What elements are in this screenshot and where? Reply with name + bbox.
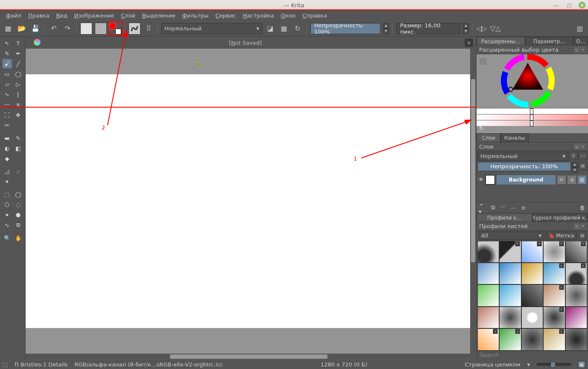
brush-preset-cell[interactable] xyxy=(499,307,521,328)
layer-props-button[interactable]: ≡ xyxy=(579,162,587,170)
tab-channels[interactable]: Каналы xyxy=(500,133,529,142)
window-minimize-button[interactable]: — xyxy=(553,2,560,9)
tool-multibrush[interactable]: ✳ xyxy=(14,100,23,109)
layer-opacity-spinner[interactable]: ▲▼ xyxy=(572,162,578,173)
brush-preset-cell[interactable] xyxy=(565,328,587,350)
eraser-toggle-button[interactable]: ◪ xyxy=(265,23,276,34)
layer-options-button[interactable]: ⋯ xyxy=(579,152,587,160)
add-layer-button[interactable]: ＋▾ xyxy=(478,203,487,212)
brush-preset-cell[interactable] xyxy=(477,284,499,306)
tab-overview[interactable]: О… xyxy=(573,37,588,46)
tool-select-freehand[interactable]: ◌ xyxy=(14,200,23,209)
new-file-button[interactable]: ▦ xyxy=(3,23,14,34)
gradient-swatch[interactable] xyxy=(80,23,92,35)
brush-preset-cell[interactable]: × xyxy=(543,241,565,263)
brush-view-button[interactable]: ≡ xyxy=(579,231,586,240)
save-file-button[interactable]: 💾 xyxy=(30,23,41,34)
layer-alpha-icon[interactable]: α xyxy=(568,176,576,184)
layer-up-button[interactable]: ︿ xyxy=(509,203,518,212)
window-maximize-button[interactable]: ◻ xyxy=(566,2,573,9)
brush-preset-cell[interactable]: × xyxy=(543,284,565,306)
brush-preset-cell[interactable] xyxy=(565,307,587,328)
layer-lock-icon[interactable]: ≡ xyxy=(557,176,566,184)
color-refresh-icon[interactable]: ↻ xyxy=(479,125,484,132)
blend-mode-select[interactable]: Нормальный ▾ xyxy=(161,23,262,34)
close-dock-button[interactable]: × xyxy=(580,224,585,229)
color-wheel-icon[interactable] xyxy=(477,54,588,110)
layer-properties-button[interactable]: ≡ xyxy=(519,203,528,212)
brush-settings-button[interactable]: ⠿ xyxy=(143,23,154,34)
tool-select-similar[interactable]: ⬢ xyxy=(14,210,23,220)
menu-4[interactable]: Слой xyxy=(117,11,139,20)
layer-inherit-alpha-icon[interactable]: ▦ xyxy=(578,176,586,184)
menu-2[interactable]: Вид xyxy=(53,11,70,20)
scrollbar-horizontal[interactable] xyxy=(26,354,476,360)
tool-polygon[interactable]: ▱ xyxy=(3,79,12,89)
menu-10[interactable]: Справка xyxy=(299,11,330,20)
color-history-bars[interactable] xyxy=(477,108,588,126)
brush-preset-cell[interactable]: × xyxy=(565,263,587,284)
reload-preset-button[interactable]: ↻ xyxy=(292,23,303,34)
brush-preset-cell[interactable] xyxy=(477,307,499,328)
brush-preset-thumbnail[interactable] xyxy=(129,23,140,35)
tool-zoom[interactable]: 🔍 xyxy=(3,233,12,243)
layer-blend-select[interactable]: Нормальный▾ xyxy=(477,152,568,161)
tool-select-contiguous[interactable]: ✦ xyxy=(3,210,12,220)
menu-0[interactable]: Файл xyxy=(3,11,25,20)
brush-preset-cell[interactable] xyxy=(521,284,543,306)
tool-select-polygon[interactable]: ⬠ xyxy=(3,200,12,209)
tool-dynamic-brush[interactable]: 〰 xyxy=(3,100,12,109)
brush-preset-cell[interactable] xyxy=(521,328,543,350)
tool-brush[interactable]: 🖌 xyxy=(3,59,12,68)
menu-6[interactable]: Фильтры xyxy=(179,11,212,20)
tab-brush-presets[interactable]: Профили к… xyxy=(477,213,532,222)
tool-move[interactable]: ↖ xyxy=(3,38,12,48)
zoom-fit-button[interactable]: ▣ xyxy=(578,361,585,368)
size-spinner[interactable]: ▲▼ xyxy=(463,23,469,34)
tab-layers[interactable]: Слои xyxy=(477,133,500,142)
layer-visibility-icon[interactable]: 👁 xyxy=(478,176,484,183)
tool-edit-shapes[interactable]: ✎ xyxy=(3,49,12,58)
brush-preset-cell[interactable]: × xyxy=(543,263,565,284)
tool-select-rect[interactable]: ⬚ xyxy=(3,190,12,199)
brush-preset-cell[interactable]: × xyxy=(499,328,521,350)
layer-down-button[interactable]: ﹀ xyxy=(499,203,507,212)
brush-preset-cell[interactable] xyxy=(565,284,587,306)
duplicate-layer-button[interactable]: ⧉ xyxy=(489,203,497,212)
brush-preset-cell[interactable] xyxy=(521,307,543,328)
tool-ellipse[interactable]: ◯ xyxy=(14,69,23,79)
brush-preset-cell[interactable]: × xyxy=(543,307,565,328)
menu-7[interactable]: Сервис xyxy=(212,11,240,20)
tool-crop[interactable]: ✂ xyxy=(3,120,12,130)
layer-name[interactable]: Background xyxy=(497,175,556,184)
opacity-spinner[interactable]: ▲▼ xyxy=(383,23,389,34)
menu-3[interactable]: Изображение xyxy=(71,11,118,20)
tool-move-layer[interactable]: ✥ xyxy=(14,110,23,120)
tool-line[interactable]: ╱ xyxy=(14,59,23,68)
tab-tool-options[interactable]: Параметр… xyxy=(525,37,574,46)
open-file-button[interactable]: 📂 xyxy=(16,23,27,34)
brush-preset-cell[interactable]: × xyxy=(543,328,565,350)
brush-preset-cell[interactable] xyxy=(477,263,499,284)
canvas-page[interactable] xyxy=(26,74,476,328)
menu-8[interactable]: Настройка xyxy=(240,11,278,20)
tool-measure[interactable]: ⟋ xyxy=(14,167,23,176)
tab-brush-history[interactable]: Журнал профилей к… xyxy=(532,213,588,222)
canvas-close-button[interactable]: × xyxy=(465,39,473,47)
tool-select-bezier[interactable]: ∿ xyxy=(3,220,12,230)
close-dock-button[interactable]: × xyxy=(580,144,585,149)
tool-calligraphy[interactable]: ✒ xyxy=(14,49,23,58)
brush-preset-cell[interactable] xyxy=(521,263,543,284)
brush-preset-cell[interactable]: × xyxy=(499,241,521,263)
brush-preset-cell[interactable]: × xyxy=(477,328,499,350)
float-dock-button[interactable]: ◱ xyxy=(574,144,579,149)
tool-transform[interactable]: ⛶ xyxy=(3,110,12,120)
tool-reference[interactable]: ✦ xyxy=(3,177,12,186)
tool-gradient[interactable]: ◐ xyxy=(3,144,12,153)
tool-text[interactable]: T xyxy=(14,38,23,48)
brush-tag-button[interactable]: 🔖Метка xyxy=(546,231,577,240)
menu-9[interactable]: Окно xyxy=(278,11,299,20)
layer-row[interactable]: 👁 Background ≡ α ▦ xyxy=(477,174,588,186)
tool-fill[interactable]: ▬ xyxy=(3,133,12,143)
chevron-down-icon[interactable]: ▾ xyxy=(527,361,530,368)
